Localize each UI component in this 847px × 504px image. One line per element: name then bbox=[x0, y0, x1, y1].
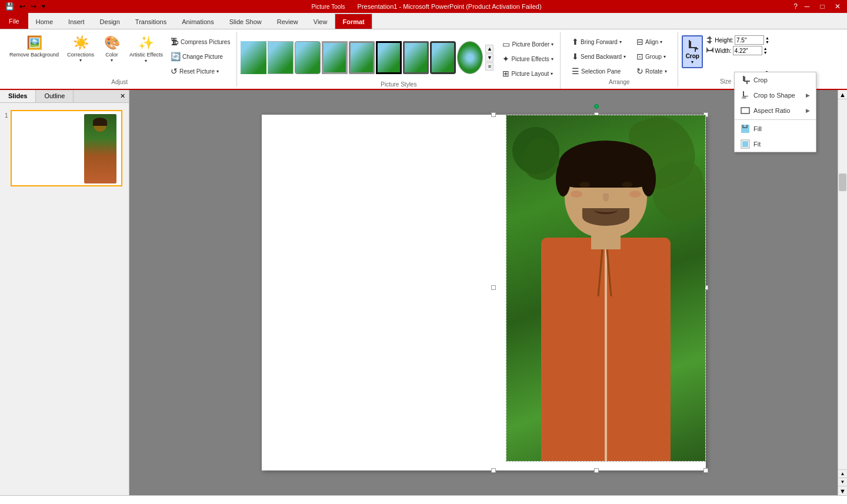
change-picture-icon: 🔄 bbox=[171, 52, 181, 61]
reset-picture-icon: ↺ bbox=[171, 66, 178, 76]
crop-button[interactable]: Crop ▾ bbox=[682, 35, 703, 68]
scroll-up-btn[interactable]: ▲ bbox=[838, 90, 847, 99]
handle-br[interactable] bbox=[703, 468, 708, 473]
window-controls: ? ─ □ ✕ bbox=[729, 1, 847, 12]
undo-btn[interactable]: ↩ bbox=[18, 2, 27, 11]
scroll-down-btn[interactable]: ▼ bbox=[838, 486, 847, 495]
tab-file[interactable]: File bbox=[0, 12, 28, 29]
outline-tab[interactable]: Outline bbox=[36, 90, 74, 102]
picture-styles-group: ▲ ▼ ≡ ▭ Picture Border ▾ ✦ Picture Effec… bbox=[237, 32, 561, 89]
panel-close-btn[interactable]: ✕ bbox=[116, 90, 129, 102]
send-backward-icon: ⬇ bbox=[572, 52, 579, 61]
crop-option[interactable]: Crop bbox=[735, 72, 816, 88]
aspect-ratio-option[interactable]: Aspect Ratio bbox=[735, 103, 816, 118]
slides-panel: Slides Outline ✕ 1 bbox=[0, 90, 129, 495]
style-thumb-3[interactable] bbox=[295, 41, 321, 74]
style-thumb-1[interactable] bbox=[241, 41, 266, 74]
width-spinner[interactable]: ▲▼ bbox=[763, 46, 768, 55]
style-thumb-6[interactable] bbox=[376, 41, 402, 74]
handle-bc[interactable] bbox=[594, 468, 599, 473]
style-thumb-2[interactable] bbox=[268, 41, 294, 74]
align-btn[interactable]: ⊟ Align ▾ bbox=[633, 35, 669, 48]
reset-picture-btn[interactable]: ↺ Reset Picture ▾ bbox=[168, 65, 233, 78]
rotate-icon: ↻ bbox=[636, 66, 643, 76]
slide-thumbnail-1[interactable] bbox=[11, 110, 122, 186]
close-btn[interactable]: ✕ bbox=[832, 1, 843, 12]
width-input[interactable] bbox=[733, 46, 762, 55]
canvas-area[interactable] bbox=[129, 90, 838, 495]
color-icon: 🎨 bbox=[104, 35, 120, 51]
minimize-btn[interactable]: ─ bbox=[801, 1, 813, 12]
rotate-btn[interactable]: ↻ Rotate ▾ bbox=[633, 65, 669, 78]
picture-border-btn[interactable]: ▭ Picture Border ▾ bbox=[499, 38, 556, 51]
color-btn[interactable]: 🎨 Color ▾ bbox=[99, 33, 125, 65]
tab-design[interactable]: Design bbox=[92, 14, 128, 29]
corrections-btn[interactable]: ☀️ Corrections ▾ bbox=[64, 33, 98, 65]
save-btn[interactable]: 💾 bbox=[4, 2, 16, 11]
style-thumb-8[interactable] bbox=[430, 41, 456, 74]
scroll-thumb[interactable] bbox=[839, 173, 846, 191]
tab-review[interactable]: Review bbox=[269, 14, 306, 29]
change-picture-btn[interactable]: 🔄 Change Picture bbox=[168, 50, 233, 63]
canvas-scrollbar-vertical[interactable]: ▲ ▲ ▼ ▼ bbox=[838, 90, 847, 495]
handle-tl[interactable] bbox=[491, 112, 496, 117]
tab-transitions[interactable]: Transitions bbox=[128, 14, 174, 29]
artistic-effects-icon: ✨ bbox=[138, 35, 154, 51]
style-thumb-5[interactable] bbox=[349, 41, 375, 74]
fit-icon bbox=[741, 139, 750, 149]
style-thumb-7[interactable] bbox=[403, 41, 429, 74]
svg-rect-6 bbox=[742, 96, 746, 99]
tab-home[interactable]: Home bbox=[28, 14, 61, 29]
style-thumb-4[interactable] bbox=[322, 41, 348, 74]
picture-layout-btn[interactable]: ⊞ Picture Layout ▾ bbox=[499, 67, 556, 80]
picture-effects-btn[interactable]: ✦ Picture Effects ▾ bbox=[499, 52, 556, 65]
style-thumb-9[interactable] bbox=[457, 41, 483, 74]
scroll-step-down[interactable]: ▼ bbox=[838, 478, 847, 486]
rotation-handle[interactable] bbox=[594, 104, 599, 109]
bring-forward-btn[interactable]: ⬆ Bring Forward ▾ bbox=[569, 35, 629, 48]
artistic-effects-btn[interactable]: ✨ Artistic Effects ▾ bbox=[126, 33, 166, 66]
handle-ml[interactable] bbox=[491, 285, 496, 290]
gallery-scroll-more[interactable]: ≡ bbox=[485, 62, 493, 71]
help-btn[interactable]: ? bbox=[793, 2, 798, 11]
tab-format[interactable]: Format bbox=[335, 14, 372, 29]
compress-pictures-btn[interactable]: 🗜 Compress Pictures bbox=[168, 35, 233, 48]
send-backward-btn[interactable]: ⬇ Send Backward ▾ bbox=[569, 50, 629, 63]
tab-insert[interactable]: Insert bbox=[61, 14, 92, 29]
customize-qat-btn[interactable]: ▾ bbox=[40, 2, 47, 11]
main-area: Slides Outline ✕ 1 bbox=[0, 90, 847, 495]
picture-border-icon: ▭ bbox=[502, 39, 510, 49]
fill-icon bbox=[741, 124, 750, 133]
group-btn[interactable]: ⊡ Group ▾ bbox=[633, 50, 669, 63]
handle-bl[interactable] bbox=[491, 468, 496, 473]
fit-option[interactable]: Fit bbox=[735, 136, 816, 152]
remove-background-icon: 🖼️ bbox=[26, 35, 42, 51]
size-group-label: Size bbox=[720, 77, 731, 85]
fill-option[interactable]: Fill bbox=[735, 121, 816, 136]
selection-pane-btn[interactable]: ☰ Selection Pane bbox=[569, 65, 629, 78]
slide-canvas[interactable] bbox=[262, 115, 706, 470]
slide-image[interactable] bbox=[506, 115, 706, 462]
picture-layout-icon: ⊞ bbox=[502, 69, 509, 78]
remove-background-btn[interactable]: 🖼️ Remove Background bbox=[6, 33, 62, 61]
height-spinner[interactable]: ▲▼ bbox=[765, 36, 769, 44]
scroll-step-up[interactable]: ▲ bbox=[838, 469, 847, 478]
quick-access-toolbar: 💾 ↩ ↪ ▾ bbox=[0, 2, 118, 11]
ribbon: 🖼️ Remove Background ☀️ Corrections ▾ 🎨 … bbox=[0, 29, 847, 90]
crop-to-shape-option[interactable]: Crop to Shape bbox=[735, 88, 816, 103]
notes-area[interactable]: Click to add notes bbox=[0, 495, 847, 504]
crop-icon bbox=[685, 39, 699, 53]
tab-view[interactable]: View bbox=[306, 14, 335, 29]
group-icon: ⊡ bbox=[636, 52, 643, 61]
height-input[interactable] bbox=[735, 35, 764, 45]
tab-slideshow[interactable]: Slide Show bbox=[222, 14, 269, 29]
svg-rect-8 bbox=[741, 125, 749, 133]
height-icon bbox=[706, 36, 713, 44]
gallery-scroll-down[interactable]: ▼ bbox=[485, 54, 493, 62]
maximize-btn[interactable]: □ bbox=[816, 1, 828, 12]
slides-tab[interactable]: Slides bbox=[0, 90, 36, 102]
tab-animations[interactable]: Animations bbox=[174, 14, 221, 29]
redo-btn[interactable]: ↪ bbox=[29, 2, 38, 11]
ribbon-tabs: File Home Insert Design Transitions Anim… bbox=[0, 13, 847, 29]
gallery-scroll-up[interactable]: ▲ bbox=[485, 45, 493, 53]
